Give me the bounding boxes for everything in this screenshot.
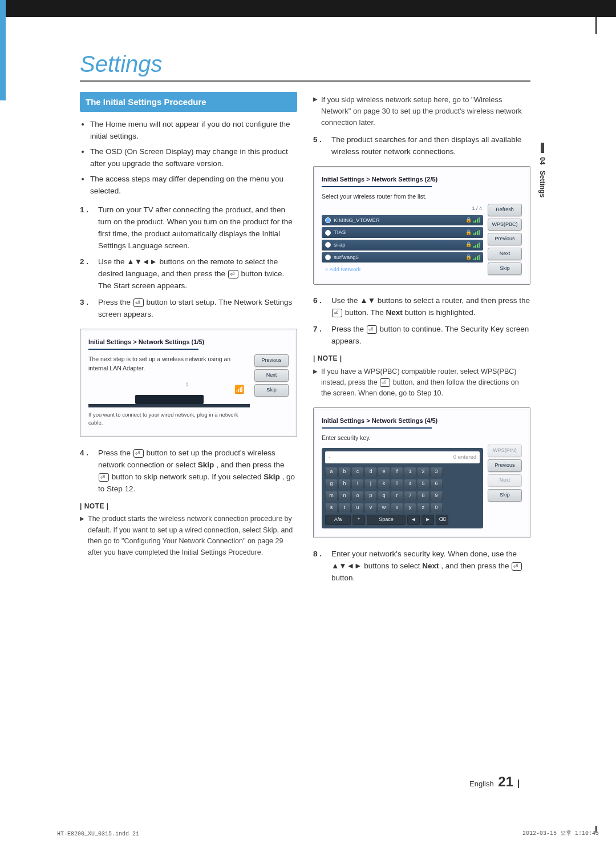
note-item: ▶ If you have a WPS(PBC) compatible rout… bbox=[313, 366, 530, 399]
previous-button[interactable]: Previous bbox=[254, 354, 289, 367]
note-item: ▶ If you skip wireless network setup her… bbox=[313, 94, 530, 128]
key[interactable]: v bbox=[364, 503, 377, 513]
osd-screenshot-1: Initial Settings > Network Settings (1/5… bbox=[80, 329, 297, 437]
next-button[interactable]: Next bbox=[488, 248, 522, 260]
triangle-bullet-icon: ▶ bbox=[313, 366, 318, 399]
enter-icon bbox=[512, 562, 522, 571]
pagination-count: 1 / 4 bbox=[323, 205, 482, 213]
step-8: 8 . Enter your network's security key. W… bbox=[313, 548, 530, 584]
lock-icon: 🔒 bbox=[465, 253, 472, 261]
router-item[interactable]: si-ap 🔒 bbox=[322, 240, 483, 251]
intro-bullet: The OSD (On Screen Display) may change i… bbox=[90, 146, 297, 170]
key[interactable]: k bbox=[378, 479, 390, 489]
key[interactable]: n bbox=[338, 491, 351, 501]
key[interactable]: g bbox=[325, 479, 338, 489]
left-key[interactable]: ◄ bbox=[407, 515, 420, 525]
page-footer: English 21 bbox=[469, 774, 519, 790]
key[interactable]: 5 bbox=[417, 479, 429, 489]
router-item[interactable]: KIMING_VTOWER 🔒 bbox=[322, 215, 483, 226]
osd-prompt: Enter security key. bbox=[322, 433, 522, 442]
footer-language: English bbox=[469, 780, 494, 788]
product-icon bbox=[135, 395, 204, 404]
key[interactable]: q bbox=[378, 491, 390, 501]
signal-icon bbox=[473, 230, 480, 235]
radio-icon bbox=[325, 217, 331, 223]
key[interactable]: o bbox=[351, 491, 364, 501]
key[interactable]: d bbox=[364, 467, 377, 477]
key[interactable]: h bbox=[338, 479, 351, 489]
previous-button[interactable]: Previous bbox=[488, 233, 522, 245]
key[interactable]: a bbox=[325, 467, 338, 477]
triangle-bullet-icon: ▶ bbox=[80, 514, 84, 558]
next-button[interactable]: Next bbox=[488, 474, 522, 487]
key[interactable]: j bbox=[364, 479, 377, 489]
wps-pbc-button[interactable]: WPS(PBC) bbox=[488, 219, 522, 231]
signal-icon bbox=[473, 255, 480, 260]
lock-icon: 🔒 bbox=[465, 216, 472, 224]
key[interactable]: 1 bbox=[404, 467, 416, 477]
key[interactable]: e bbox=[378, 467, 390, 477]
router-item[interactable]: TIAS 🔒 bbox=[322, 227, 483, 238]
step-4: 4 . Press the button to set up the produ… bbox=[80, 447, 297, 495]
key[interactable]: p bbox=[364, 491, 377, 501]
enter-icon bbox=[367, 325, 377, 334]
key[interactable]: z bbox=[417, 503, 429, 513]
delete-key[interactable]: ⌫ bbox=[436, 515, 448, 525]
side-tab: 04 Settings bbox=[538, 143, 546, 197]
router-icon: 📶 bbox=[234, 383, 244, 396]
key[interactable]: 6 bbox=[430, 479, 443, 489]
previous-button[interactable]: Previous bbox=[488, 459, 522, 472]
key[interactable]: f bbox=[391, 467, 403, 477]
note-item: ▶ The product starts the wireless networ… bbox=[80, 514, 297, 558]
radio-icon bbox=[325, 255, 331, 260]
print-mark-right: 2012-03-15 오후 1:10:45 bbox=[522, 829, 599, 837]
key[interactable]: 8 bbox=[417, 491, 429, 501]
space-key[interactable]: Space bbox=[367, 515, 406, 525]
note-heading: | NOTE | bbox=[80, 501, 297, 512]
skip-button[interactable]: Skip bbox=[488, 263, 522, 275]
signal-icon bbox=[473, 243, 480, 248]
intro-bullet: The Home menu will not appear if you do … bbox=[90, 119, 297, 143]
page-number: 21 bbox=[498, 774, 513, 789]
step-6: 6 . Use the ▲▼ buttons to select a route… bbox=[313, 295, 530, 319]
key[interactable]: 4 bbox=[404, 479, 416, 489]
key[interactable]: 0 bbox=[430, 503, 443, 513]
security-key-input[interactable]: - 0 entered bbox=[325, 451, 480, 463]
key[interactable]: y bbox=[404, 503, 416, 513]
key[interactable]: i bbox=[351, 479, 364, 489]
next-button[interactable]: Next bbox=[254, 369, 289, 382]
intro-bullets: The Home menu will not appear if you do … bbox=[80, 119, 297, 197]
key[interactable]: l bbox=[391, 479, 403, 489]
key[interactable]: r bbox=[391, 491, 403, 501]
key[interactable]: t bbox=[338, 503, 351, 513]
crop-mark bbox=[595, 17, 597, 34]
key[interactable]: 3 bbox=[430, 467, 443, 477]
left-column: The Initial Settings Procedure The Home … bbox=[80, 92, 297, 588]
osd-text: The next step is to set up a wireless ne… bbox=[88, 354, 250, 373]
key[interactable]: s bbox=[325, 503, 338, 513]
key[interactable]: 7 bbox=[404, 491, 416, 501]
key[interactable]: u bbox=[351, 503, 364, 513]
key[interactable]: b bbox=[338, 467, 351, 477]
wireless-up-icon: ↕ bbox=[185, 379, 189, 390]
key[interactable]: w bbox=[378, 503, 390, 513]
router-item[interactable]: surfwang5 🔒 bbox=[322, 252, 483, 263]
skip-button[interactable]: Skip bbox=[254, 384, 289, 397]
star-key[interactable]: * bbox=[352, 515, 365, 525]
enter-icon bbox=[228, 270, 238, 278]
enter-icon bbox=[380, 378, 390, 387]
key[interactable]: c bbox=[351, 467, 364, 477]
shift-key[interactable]: A/a bbox=[325, 515, 351, 525]
lock-icon: 🔒 bbox=[465, 241, 472, 249]
refresh-button[interactable]: Refresh bbox=[488, 204, 522, 216]
key[interactable]: 2 bbox=[417, 467, 429, 477]
wps-pin-button[interactable]: WPS(PIN) bbox=[488, 445, 522, 457]
key[interactable]: x bbox=[391, 503, 403, 513]
right-key[interactable]: ► bbox=[422, 515, 434, 525]
skip-button[interactable]: Skip bbox=[488, 489, 522, 502]
osd-breadcrumb: Initial Settings > Network Settings (1/5… bbox=[88, 337, 289, 347]
add-network[interactable]: ○ Add Network bbox=[322, 264, 483, 275]
intro-bullet: The access steps may differ depending on… bbox=[90, 173, 297, 197]
key[interactable]: m bbox=[325, 491, 338, 501]
key[interactable]: 9 bbox=[430, 491, 443, 501]
